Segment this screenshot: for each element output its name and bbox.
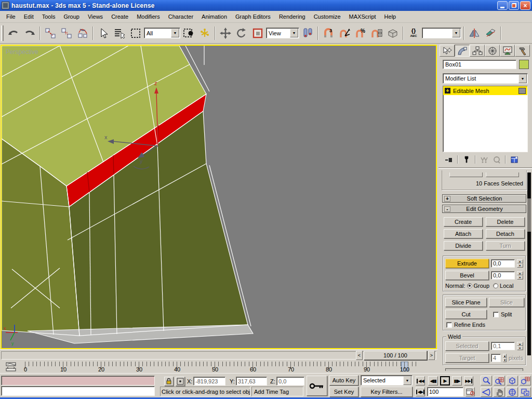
bevel-value-field[interactable]: 0,0 <box>491 271 515 280</box>
select-and-manipulate-button[interactable] <box>197 25 212 41</box>
attach-button[interactable]: Attach <box>444 229 483 238</box>
percent-snap-toggle-button[interactable]: % <box>353 25 368 41</box>
visibility-toggle-icon[interactable] <box>518 88 526 94</box>
redo-button[interactable] <box>22 25 37 41</box>
weld-selected-value-field[interactable]: 0,1 <box>491 342 515 350</box>
extrude-value-field[interactable]: 0,0 <box>491 259 515 268</box>
create-button[interactable]: Create <box>444 217 483 227</box>
menu-file[interactable]: File <box>2 12 20 21</box>
edit-named-selections-button[interactable] <box>385 25 401 41</box>
configure-modifier-sets-button[interactable] <box>509 155 520 164</box>
menu-character[interactable]: Character <box>164 12 197 21</box>
select-and-link-button[interactable] <box>43 25 58 41</box>
key-mode-toggle[interactable]: ◀▶ <box>416 387 425 396</box>
weld-target-value-field[interactable]: 4 <box>491 354 501 362</box>
spinner-snap-toggle-button[interactable] <box>369 25 384 41</box>
refine-ends-checkbox[interactable] <box>446 322 452 328</box>
zoom-all-button[interactable] <box>494 376 505 385</box>
selection-lock-toggle[interactable] <box>164 377 174 386</box>
set-key-button[interactable]: Set Key <box>329 387 358 397</box>
spinner-down-icon[interactable]: ▼ <box>503 358 507 362</box>
reference-coordinate-system-dropdown[interactable]: View ▼ <box>266 28 299 38</box>
go-to-end-button[interactable]: ▶▶ <box>464 376 473 385</box>
zoom-extents-all-button[interactable] <box>520 376 531 385</box>
bevel-button[interactable]: Bevel <box>445 271 489 280</box>
y-coordinate-field[interactable]: 317,63 <box>236 377 267 385</box>
close-button[interactable]: × <box>520 1 530 10</box>
bind-to-spacewarp-button[interactable] <box>75 25 90 41</box>
weld-selected-spinner[interactable]: ▲▼ <box>517 342 524 350</box>
named-selection-sets-button[interactable]: {} ABC <box>406 25 421 41</box>
slice-plane-button[interactable]: Slice Plane <box>445 298 487 307</box>
menu-graph-editors[interactable]: Graph Editors <box>231 12 275 21</box>
tab-hierarchy[interactable] <box>470 45 485 57</box>
z-coordinate-field[interactable]: 0,0 <box>276 377 304 385</box>
menu-rendering[interactable]: Rendering <box>275 12 310 21</box>
select-and-move-button[interactable] <box>218 25 233 41</box>
window-crossing-button[interactable] <box>181 25 196 41</box>
spinner-up-icon[interactable]: ▲ <box>503 354 507 358</box>
panel-scrollbar[interactable] <box>527 172 531 355</box>
set-keys-button[interactable] <box>307 376 327 396</box>
menu-maxscript[interactable]: MAXScript <box>345 12 380 21</box>
key-filter-dropdown[interactable]: Selected ▼ <box>361 375 413 385</box>
spinner-up-icon[interactable]: ▲ <box>517 259 524 263</box>
split-checkbox[interactable] <box>493 312 499 317</box>
named-selection-dropdown[interactable]: ▼ <box>422 28 461 38</box>
select-and-rotate-button[interactable] <box>234 25 249 41</box>
next-rollout-partial[interactable] <box>445 368 523 371</box>
maxscript-listener-white[interactable] <box>1 386 155 396</box>
pan-button[interactable] <box>494 387 505 397</box>
current-frame-field[interactable]: 100 <box>427 387 463 396</box>
menu-group[interactable]: Group <box>59 12 84 21</box>
previous-frame-arrow-button[interactable]: < <box>356 351 363 360</box>
truncated-button[interactable] <box>486 172 519 177</box>
minimize-button[interactable] <box>497 1 508 10</box>
menu-customize[interactable]: Customize <box>310 12 345 21</box>
rollout-edit-geometry[interactable]: - Edit Geometry <box>442 205 526 213</box>
auto-key-button[interactable]: Auto Key <box>329 375 358 385</box>
weld-target-spinner[interactable]: ▲▼ <box>503 354 507 362</box>
tab-create[interactable] <box>440 45 455 57</box>
normal-local-label[interactable]: Local <box>500 283 513 289</box>
field-of-view-button[interactable] <box>481 387 492 397</box>
modifier-list-dropdown[interactable]: Modifier List ▼ <box>443 73 528 84</box>
add-time-tag[interactable]: Add Time Tag <box>251 387 303 396</box>
cut-button[interactable]: Cut <box>445 310 487 319</box>
mirror-button[interactable] <box>467 25 482 41</box>
x-coordinate-field[interactable]: -819,923 <box>193 377 225 385</box>
track-bar[interactable]: 0 10 20 30 40 50 60 70 80 90 100 <box>0 361 438 373</box>
divide-button[interactable]: Divide <box>444 241 483 250</box>
open-mini-curve-editor-button[interactable] <box>4 362 19 371</box>
select-object-button[interactable] <box>96 25 111 41</box>
extrude-spinner[interactable]: ▲▼ <box>517 259 524 268</box>
normal-local-radio[interactable] <box>493 283 498 288</box>
spinner-up-icon[interactable]: ▲ <box>517 271 524 275</box>
absolute-offset-mode-toggle[interactable] <box>176 377 185 386</box>
remove-modifier-button[interactable] <box>491 155 502 164</box>
spinner-up-icon[interactable]: ▲ <box>517 342 524 346</box>
snap-toggle-3d-button[interactable]: 3 <box>321 25 336 41</box>
refine-ends-label[interactable]: Refine Ends <box>454 322 485 328</box>
menu-tools[interactable]: Tools <box>38 12 60 21</box>
min-max-toggle-button[interactable] <box>520 387 531 397</box>
split-label[interactable]: Split <box>501 311 512 317</box>
time-configuration-button[interactable] <box>466 387 475 396</box>
tab-motion[interactable] <box>485 45 500 57</box>
spinner-down-icon[interactable]: ▼ <box>517 263 524 268</box>
toolbar-grip[interactable] <box>1 25 4 41</box>
next-frame-arrow-button[interactable]: > <box>428 351 435 360</box>
menu-animation[interactable]: Animation <box>197 12 231 21</box>
select-by-name-button[interactable] <box>112 25 127 41</box>
use-pivot-point-center-button[interactable] <box>300 25 315 41</box>
rollout-soft-selection[interactable]: + Soft Selection <box>442 194 526 203</box>
detach-button[interactable]: Detach <box>486 229 525 238</box>
show-end-result-button[interactable] <box>461 155 472 164</box>
perspective-viewport[interactable]: z x y x y Perspective <box>1 45 437 349</box>
menu-help[interactable]: Help <box>380 12 401 21</box>
play-button[interactable]: ▶ <box>440 376 450 385</box>
bevel-spinner[interactable]: ▲▼ <box>517 271 524 280</box>
stack-item-editable-mesh[interactable]: + Editable Mesh <box>443 86 527 95</box>
delete-button[interactable]: Delete <box>486 217 525 227</box>
undo-button[interactable] <box>6 25 21 41</box>
